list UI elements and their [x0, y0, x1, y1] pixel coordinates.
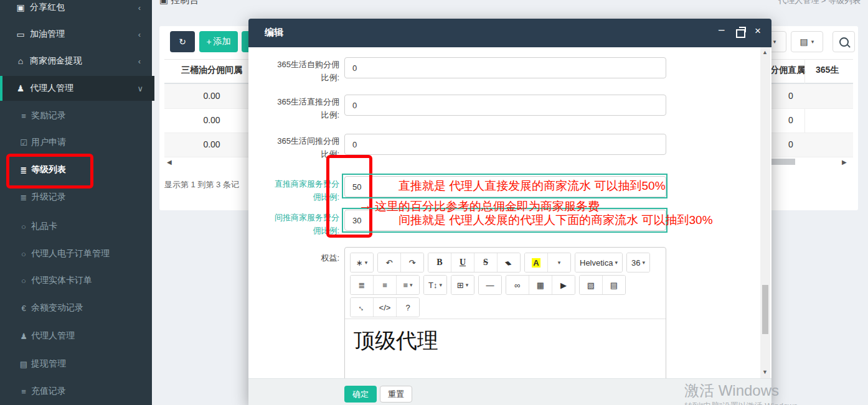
sidebar-item-balance-change-records[interactable]: € 余额变动记录 [0, 296, 152, 320]
export-button[interactable]: ▤▾ [791, 31, 823, 52]
ordered-list-icon: ≡ [382, 281, 387, 290]
editor-toolbar-row3: ↔ </> ? [350, 297, 420, 317]
hscroll-right-arrow[interactable]: ▶ [842, 159, 847, 165]
column-header-oil-indirect[interactable]: 三桶油分佣间属 [164, 65, 259, 76]
editor-toolbar-row1: ∗▾ ↶ ↷ B U S ▰ A ▾ [350, 253, 650, 272]
insert-link-button[interactable]: ∞ [506, 276, 529, 294]
sidebar-item-share-redpacket[interactable]: ▣ 分享红包 ‹ [0, 0, 152, 20]
reset-button[interactable]: 重置 [380, 386, 412, 403]
line-height-icon: T↕ [428, 281, 437, 290]
sidebar-item-agent-management-sub[interactable]: ♟ 代理人管理 [0, 324, 152, 348]
insert-image-button[interactable]: ▧ [580, 276, 603, 294]
ordered-list-button[interactable]: ≡ [374, 276, 397, 294]
confirm-button[interactable]: 确定 [344, 386, 377, 403]
input-365-direct[interactable] [344, 95, 666, 116]
screen: ▣ 分享红包 ‹ ▭ 加油管理 ‹ ⌂ 商家佣金提现 ‹ ♟ 代理人管理 ∨ ≡… [0, 0, 868, 405]
bank-icon: ⌂ [15, 56, 26, 66]
image-icon: ▧ [587, 281, 595, 290]
sidebar-item-merchant-commission-withdraw[interactable]: ⌂ 商家佣金提现 ‹ [0, 49, 152, 73]
help-button[interactable]: ? [397, 298, 419, 317]
chevron-left-icon: ‹ [138, 30, 141, 39]
cell-life-direct: 0 [772, 115, 809, 125]
modal-header[interactable]: 编辑 – × [248, 19, 771, 47]
cell-oil-indirect: 0.00 [164, 115, 259, 125]
list-icon: ≣ [18, 165, 29, 175]
clear-format-button[interactable]: ▰ [498, 253, 520, 272]
input-365-self[interactable] [344, 57, 666, 78]
sidebar-item-agent-eorder-management[interactable]: ○ 代理人电子订单管理 [0, 241, 152, 266]
sidebar-item-refuel-management[interactable]: ▭ 加油管理 ‹ [0, 22, 152, 47]
input-365-indirect[interactable] [344, 134, 666, 155]
sidebar-item-agent-physical-card-orders[interactable]: ○ 代理实体卡订单 [0, 268, 152, 293]
editor-content[interactable]: 顶级代理 [345, 319, 666, 378]
code-view-button[interactable]: </> [374, 298, 397, 317]
fullscreen-button[interactable]: ↔ [351, 298, 374, 317]
sidebar-item-withdraw-management[interactable]: ▤ 提现管理 [0, 351, 152, 376]
circle-icon: ○ [18, 276, 29, 286]
editor-toolbar-row2: ≣ ≡ ≡▾ T↕▾ ⊞▾ — ∞ ▦ [350, 275, 626, 295]
insert-picture-button[interactable]: ▦ [529, 276, 552, 294]
input-indirect-service-fee[interactable] [344, 210, 666, 231]
strikethrough-icon: S [483, 258, 488, 268]
video-icon: ▶ [560, 281, 567, 290]
minimize-button[interactable]: – [719, 24, 724, 36]
paragraph-align-button[interactable]: ≡▾ [397, 276, 419, 294]
hscroll-left-arrow[interactable]: ◀ [167, 159, 172, 165]
undo-button[interactable]: ↶ [378, 253, 401, 272]
pagination-info: 显示第 1 到第 3 条记 [164, 179, 239, 190]
refresh-button[interactable]: ↻ [170, 31, 195, 52]
column-header-life-2[interactable]: 365生 [816, 65, 839, 76]
sidebar-item-agent-management[interactable]: ♟ 代理人管理 ∨ [0, 76, 154, 101]
caret-down-icon: ▾ [615, 259, 618, 266]
sidebar-item-recharge-records[interactable]: ≡ 充值记录 [0, 379, 152, 404]
align-icon: ≡ [403, 281, 408, 290]
font-family-dropdown[interactable]: Helvetica▾ [575, 253, 622, 272]
underline-button[interactable]: U [451, 253, 474, 272]
strikethrough-button[interactable]: S [474, 253, 498, 272]
horizontal-rule-icon: — [486, 281, 494, 290]
horizontal-rule-button[interactable]: — [479, 276, 501, 294]
bold-icon: B [436, 258, 442, 268]
search-button[interactable] [833, 31, 855, 52]
sidebar-item-user-application[interactable]: ☑ 用户申请 [0, 130, 152, 155]
scroll-down-arrow[interactable]: ▼ [762, 369, 768, 375]
field-label-benefits: 权益: [270, 251, 339, 264]
line-height-button[interactable]: T↕▾ [424, 276, 446, 294]
sidebar-item-level-list[interactable]: ≣ 等级列表 [0, 157, 152, 182]
font-size-dropdown[interactable]: 36▾ [627, 253, 649, 272]
font-size-value: 36 [631, 258, 640, 268]
font-color-button[interactable]: A [525, 253, 548, 272]
list-icon: ≡ [18, 387, 29, 396]
cell-oil-indirect: 0.00 [164, 91, 259, 101]
breadcrumb-strip: 代理人管理 > 等级列表 [685, 0, 866, 7]
undo-icon: ↶ [386, 258, 393, 268]
magic-wand-icon: ∗ [356, 258, 363, 268]
style-button[interactable]: ∗▾ [351, 253, 373, 272]
maximize-button[interactable] [736, 29, 745, 41]
sidebar-item-reward-records[interactable]: ≡ 奖励记录 [0, 103, 152, 128]
circle-icon: ○ [18, 249, 29, 259]
add-button[interactable]: +添加 [199, 31, 238, 52]
redo-button[interactable]: ↷ [401, 253, 423, 272]
sidebar-item-upgrade-records[interactable]: ≣ 升级记录 [0, 185, 152, 210]
modal-scrollbar[interactable]: ▲ ▼ [760, 47, 770, 378]
close-button[interactable]: × [755, 25, 761, 37]
scroll-up-arrow[interactable]: ▲ [762, 49, 768, 55]
bold-button[interactable]: B [428, 253, 451, 272]
page-title-strip: ▣ 控制台 [156, 0, 293, 7]
unordered-list-button[interactable]: ≣ [351, 276, 374, 294]
modal-body: 365生活自购分佣比例: 365生活直推分佣比例: 365生活间推分佣比例: 直… [248, 47, 771, 378]
scrollbar-thumb[interactable] [762, 285, 768, 334]
insert-table-button[interactable]: ⊞▾ [451, 276, 474, 294]
font-color-dropdown[interactable]: ▾ [548, 253, 570, 272]
insert-file-button[interactable]: ▤ [603, 276, 625, 294]
sidebar-item-gift-card[interactable]: ○ 礼品卡 [0, 214, 152, 239]
hscroll-thumb[interactable] [771, 159, 795, 165]
check-square-icon: ☑ [18, 138, 29, 147]
field-label-365-indirect: 365生活间推分佣比例: [270, 134, 339, 161]
underline-icon: U [460, 258, 466, 268]
insert-video-button[interactable]: ▶ [552, 276, 575, 294]
input-direct-service-fee[interactable] [344, 176, 666, 197]
cell-oil-indirect: 0.00 [164, 139, 259, 149]
list-icon: ≣ [18, 193, 29, 202]
